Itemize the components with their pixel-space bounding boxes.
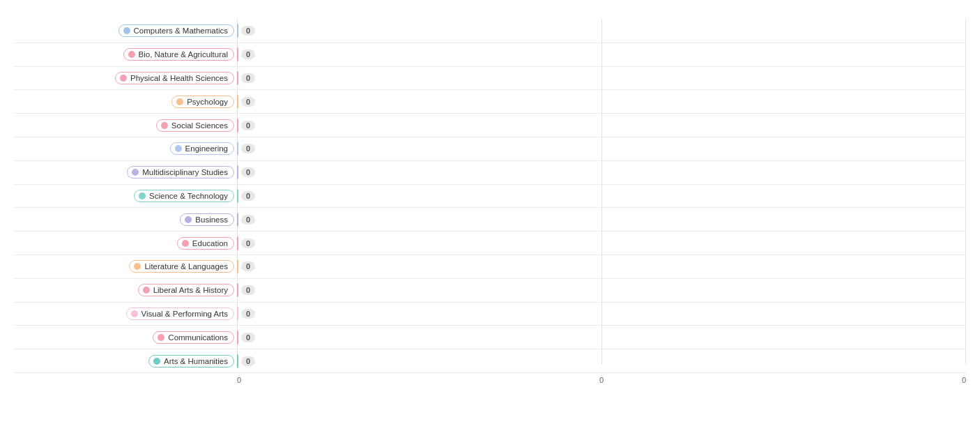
- bar-track: 0: [237, 210, 966, 229]
- bar-label-pill: Visual & Performing Arts: [126, 308, 234, 320]
- bar-label-pill: Bio, Nature & Agricultural: [123, 48, 234, 61]
- bar-label-pill: Arts & Humanities: [148, 355, 234, 367]
- bar-track: 0: [237, 163, 966, 182]
- bar-value-badge: 0: [241, 309, 255, 319]
- bar-label-area: Psychology: [14, 96, 237, 108]
- bar-label-pill: Literature & Languages: [129, 260, 234, 273]
- bar-fill: [237, 213, 238, 227]
- bar-track: 0: [237, 281, 966, 300]
- bar-label-pill: Science & Technology: [134, 190, 234, 202]
- bar-fill: [237, 47, 238, 61]
- bar-fill: [237, 24, 238, 38]
- bar-fill: [237, 236, 238, 250]
- bar-fill: [237, 189, 238, 203]
- bar-label-pill: Communications: [153, 331, 234, 344]
- bar-value-badge: 0: [241, 191, 255, 201]
- bar-track: 0: [237, 328, 966, 347]
- bar-value-badge: 0: [241, 167, 255, 177]
- bar-label-area: Literature & Languages: [14, 260, 237, 273]
- bar-label-area: Physical & Health Sciences: [14, 72, 237, 84]
- bar-label-text: Bio, Nature & Agricultural: [139, 50, 228, 59]
- bar-label-area: Visual & Performing Arts: [14, 308, 237, 320]
- x-axis-label: 0: [962, 376, 966, 384]
- bar-row: Psychology0: [14, 90, 966, 114]
- bar-label-text: Business: [195, 215, 228, 224]
- bar-row: Bio, Nature & Agricultural0: [14, 43, 966, 67]
- bar-track: 0: [237, 187, 966, 206]
- bar-row: Physical & Health Sciences0: [14, 67, 966, 91]
- bar-fill: [237, 165, 238, 179]
- bar-label-pill: Physical & Health Sciences: [115, 72, 234, 84]
- pill-dot: [161, 122, 168, 129]
- pill-dot: [143, 287, 150, 294]
- bar-label-text: Physical & Health Sciences: [130, 74, 228, 82]
- bar-label-area: Education: [14, 237, 237, 250]
- bar-fill: [237, 307, 238, 321]
- bar-track: 0: [237, 22, 966, 40]
- pill-dot: [139, 192, 146, 199]
- bar-row: Science & Technology0: [14, 185, 966, 208]
- bar-row: Computers & Mathematics0: [14, 20, 966, 43]
- bar-label-pill: Education: [177, 237, 234, 250]
- bar-label-text: Psychology: [187, 98, 228, 106]
- bar-label-area: Communications: [14, 331, 237, 344]
- bar-row: Arts & Humanities0: [14, 349, 966, 373]
- bar-row: Literature & Languages0: [14, 255, 966, 279]
- bar-label-area: Business: [14, 213, 237, 226]
- bar-track: 0: [237, 116, 966, 135]
- bar-label-area: Arts & Humanities: [14, 355, 237, 367]
- bar-label-pill: Liberal Arts & History: [138, 284, 234, 296]
- bar-label-area: Multidisciplinary Studies: [14, 166, 237, 179]
- bar-label-area: Science & Technology: [14, 190, 237, 202]
- bar-row: Engineering0: [14, 137, 966, 161]
- pill-dot: [128, 51, 135, 58]
- pill-dot: [153, 358, 160, 365]
- bar-label-text: Computers & Mathematics: [134, 26, 229, 35]
- bar-fill: [237, 95, 238, 109]
- bar-label-pill: Social Sciences: [156, 119, 234, 132]
- bar-value-badge: 0: [241, 144, 255, 153]
- bar-fill: [237, 119, 238, 132]
- bar-label-text: Communications: [168, 333, 228, 342]
- bar-label-text: Multidisciplinary Studies: [142, 168, 228, 176]
- bar-label-text: Visual & Performing Arts: [141, 310, 228, 318]
- bar-label-area: Liberal Arts & History: [14, 284, 237, 296]
- bar-label-pill: Psychology: [171, 96, 234, 108]
- bar-row: Liberal Arts & History0: [14, 279, 966, 303]
- bar-fill: [237, 354, 238, 368]
- pill-dot: [134, 263, 141, 270]
- bar-value-badge: 0: [241, 333, 255, 342]
- pill-dot: [120, 75, 127, 82]
- bar-track: 0: [237, 139, 966, 158]
- bar-value-badge: 0: [241, 73, 255, 83]
- bar-row: Visual & Performing Arts0: [14, 303, 966, 326]
- bar-fill: [237, 331, 238, 344]
- x-axis-label: 0: [599, 376, 604, 384]
- bar-track: 0: [237, 234, 966, 252]
- bars-container: Computers & Mathematics0Bio, Nature & Ag…: [14, 20, 966, 373]
- bar-value-badge: 0: [241, 238, 255, 248]
- bar-fill: [237, 259, 238, 273]
- bar-value-badge: 0: [241, 26, 255, 36]
- bar-label-pill: Multidisciplinary Studies: [127, 166, 234, 179]
- bar-fill: [237, 142, 238, 155]
- bar-row: Business0: [14, 208, 966, 232]
- bar-track: 0: [237, 69, 966, 88]
- pill-dot: [182, 240, 189, 247]
- bar-label-pill: Computers & Mathematics: [118, 24, 235, 37]
- pill-dot: [185, 216, 192, 223]
- bar-value-badge: 0: [241, 261, 255, 271]
- bar-label-pill: Engineering: [170, 142, 234, 155]
- bar-label-area: Social Sciences: [14, 119, 237, 132]
- chart-area: Computers & Mathematics0Bio, Nature & Ag…: [14, 20, 966, 384]
- pill-dot: [132, 169, 139, 176]
- bar-fill: [237, 71, 238, 85]
- bar-label-text: Literature & Languages: [144, 262, 228, 271]
- pill-dot: [176, 98, 183, 105]
- bar-label-pill: Business: [180, 213, 234, 226]
- bar-label-text: Social Sciences: [171, 121, 228, 130]
- bar-value-badge: 0: [241, 97, 255, 107]
- bar-label-text: Science & Technology: [149, 192, 228, 200]
- bar-row: Multidisciplinary Studies0: [14, 161, 966, 185]
- pill-dot: [175, 145, 182, 152]
